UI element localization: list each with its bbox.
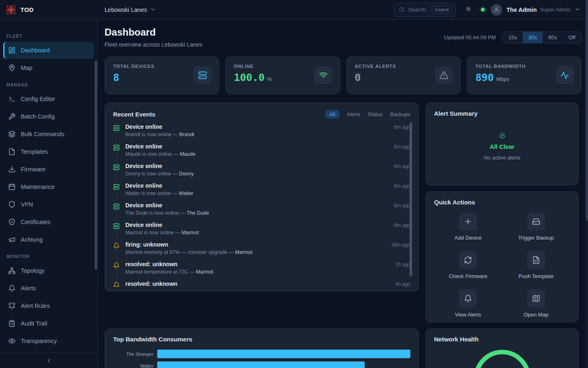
quick-action-trigger-backup[interactable]: Trigger Backup	[502, 213, 570, 241]
stat-card-online: ONLINE100.0%	[225, 56, 340, 94]
file-code-icon	[532, 256, 540, 264]
event-row[interactable]: resolved: unknownMarmot temperature at 7…	[113, 261, 410, 280]
event-title: Device online	[125, 143, 388, 150]
page-subtitle: Fleet overview across Lebowski Lanes	[105, 41, 203, 48]
brand: TOD	[0, 4, 98, 15]
quick-action-view-alerts[interactable]: View Alerts	[434, 289, 502, 318]
event-filters: AllAlertsStatusBackups	[325, 110, 410, 119]
sidebar-item-bulk-commands[interactable]: Bulk Commands	[3, 126, 94, 143]
quick-action-label: View Alerts	[455, 312, 481, 318]
sidebar: FLEETDashboardMapMANAGEConfig EditorBatc…	[0, 20, 98, 368]
sidebar-item-topology[interactable]: Topology	[3, 262, 94, 279]
server-icon	[198, 71, 207, 80]
filter-tab-alerts[interactable]: Alerts	[347, 111, 360, 117]
sidebar-item-certificates[interactable]: Certificates	[3, 213, 94, 231]
fleet-selector[interactable]: Lebowski Lanes	[105, 7, 156, 13]
refresh-option-15s[interactable]: 15s	[503, 32, 523, 43]
sidebar-item-achtung[interactable]: Achtung	[3, 231, 94, 248]
sidebar-item-maintenance[interactable]: Maintenance	[3, 178, 94, 195]
refresh-option-60s[interactable]: 60s	[543, 32, 563, 43]
sidebar-item-vpn[interactable]: VPN	[3, 196, 94, 213]
event-row[interactable]: Device onlineDonny is now online — Donny…	[113, 163, 410, 182]
connection-status-dot	[481, 8, 485, 11]
search-input[interactable]: Search... Cmd+K	[394, 3, 456, 17]
event-row[interactable]: Device onlineMarmot is now online — Marm…	[113, 222, 410, 241]
event-timestamp: 4h ago	[395, 281, 410, 287]
sidebar-item-templates[interactable]: Templates	[3, 143, 94, 160]
bell-ring-icon	[8, 302, 16, 310]
sidebar-item-config-editor[interactable]: Config Editor	[3, 90, 94, 108]
check-circle-icon	[499, 133, 505, 139]
page-title: Dashboard	[105, 27, 203, 38]
event-description: Marmot is now online — Marmot	[125, 230, 388, 236]
sidebar-item-label: Templates	[21, 148, 48, 155]
quick-action-check-firmware[interactable]: Check Firmware	[434, 251, 502, 279]
sidebar-item-dashboard[interactable]: Dashboard	[3, 42, 94, 59]
page-scrollbar[interactable]	[586, 0, 588, 368]
search-icon	[399, 7, 405, 13]
event-row[interactable]: resolved: unknown4h ago	[113, 280, 410, 287]
shield-icon	[8, 201, 16, 208]
event-device: Marmot	[182, 230, 199, 236]
calendar-icon	[8, 183, 16, 191]
event-title: Device online	[125, 222, 388, 228]
event-description: Marmot memory at 87% — consider upgrade …	[125, 249, 385, 255]
event-title: Device online	[125, 163, 388, 169]
event-description: Brandt is now online — Brandt	[125, 132, 388, 137]
event-row[interactable]: Device onlineMaude is now online — Maude…	[113, 143, 410, 163]
event-row[interactable]: firing: unknownMarmot memory at 87% — co…	[113, 241, 410, 261]
filter-tab-backups[interactable]: Backups	[390, 111, 410, 117]
sidebar-item-transparency[interactable]: Transparency	[3, 332, 94, 350]
event-body: firing: unknownMarmot memory at 87% — co…	[125, 241, 385, 261]
quick-action-push-template[interactable]: Push Template	[502, 251, 570, 279]
plus-icon	[464, 218, 472, 226]
fleet-selector-label: Lebowski Lanes	[105, 7, 147, 13]
refresh-option-off[interactable]: Off	[563, 32, 581, 43]
activity-icon	[560, 71, 569, 80]
events-scrollbar[interactable]	[410, 122, 412, 276]
sidebar-section-label: MONITOR	[0, 254, 98, 259]
sidebar-item-alerts[interactable]: Alerts	[3, 280, 94, 297]
quick-action-open-map[interactable]: Open Map	[502, 289, 570, 318]
event-body: Device onlineBrandt is now online — Bran…	[125, 123, 388, 143]
sidebar-item-label: Bulk Commands	[21, 131, 64, 137]
sidebar-item-alert-rules[interactable]: Alert Rules	[3, 297, 94, 314]
event-body: Device onlineMaude is now online — Maude	[125, 143, 388, 163]
event-device: Brandt	[179, 132, 194, 137]
event-timestamp: 6m ago	[394, 164, 410, 182]
main-content: Dashboard Fleet overview across Lebowski…	[98, 20, 588, 368]
event-row[interactable]: Device onlineBrandt is now online — Bran…	[113, 123, 410, 143]
quick-action-add-device[interactable]: Add Device	[434, 213, 502, 241]
sidebar-item-label: Achtung	[21, 236, 42, 243]
avatar[interactable]	[491, 4, 502, 16]
bandwidth-bar	[157, 350, 410, 358]
event-device: Donny	[179, 171, 194, 177]
recent-events-title: Recent Events	[113, 111, 155, 118]
filter-tab-all[interactable]: All	[325, 110, 339, 119]
sidebar-item-firmware[interactable]: Firmware	[3, 161, 94, 178]
event-row[interactable]: Device onlineWalter is now online — Walt…	[113, 182, 410, 202]
stats-row: TOTAL DEVICES8ONLINE100.0%ACTIVE ALERTS0…	[105, 56, 581, 94]
event-row[interactable]: Device onlineThe Dude is now online — Th…	[113, 202, 410, 222]
bell-icon	[8, 285, 16, 292]
bandwidth-bar	[157, 361, 365, 368]
page-scrollbar-thumb[interactable]	[586, 0, 588, 221]
refresh-option-30s[interactable]: 30s	[523, 32, 543, 43]
gauge-ring-icon	[472, 348, 533, 368]
stat-value: 890	[475, 72, 494, 83]
shield-check-icon	[8, 218, 16, 226]
quick-action-icon-box	[527, 251, 545, 269]
sidebar-collapse-button[interactable]	[44, 355, 54, 366]
sidebar-item-map[interactable]: Map	[3, 59, 94, 76]
filter-tab-status[interactable]: Status	[368, 111, 383, 117]
alert-summary-panel: Alert Summary All Clear No active alerts	[425, 103, 579, 185]
bandwidth-bar-track	[157, 361, 410, 368]
sidebar-item-batch-config[interactable]: Batch Config	[3, 108, 94, 125]
sidebar-item-audit-trail[interactable]: Audit Trail	[3, 315, 94, 332]
recent-events-panel: Recent Events AllAlertsStatusBackups Dev…	[105, 103, 419, 292]
wrench-icon	[8, 113, 16, 120]
sidebar-scrollbar[interactable]	[95, 61, 97, 270]
theme-toggle-button[interactable]	[466, 6, 473, 13]
topbar: TOD Lebowski Lanes Search... Cmd+K The A…	[0, 0, 588, 20]
user-menu-chevron[interactable]	[575, 7, 581, 13]
